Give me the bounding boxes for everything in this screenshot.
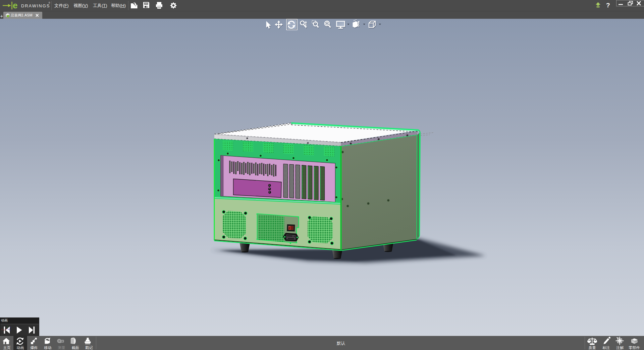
svg-text:e: e xyxy=(13,0,17,10)
svg-text:DRAWINGS: DRAWINGS xyxy=(21,3,50,8)
svg-text:z: z xyxy=(10,326,11,329)
svg-text:?: ? xyxy=(606,2,610,9)
svg-text:®: ® xyxy=(49,2,51,4)
svg-text:x: x xyxy=(1,328,3,331)
